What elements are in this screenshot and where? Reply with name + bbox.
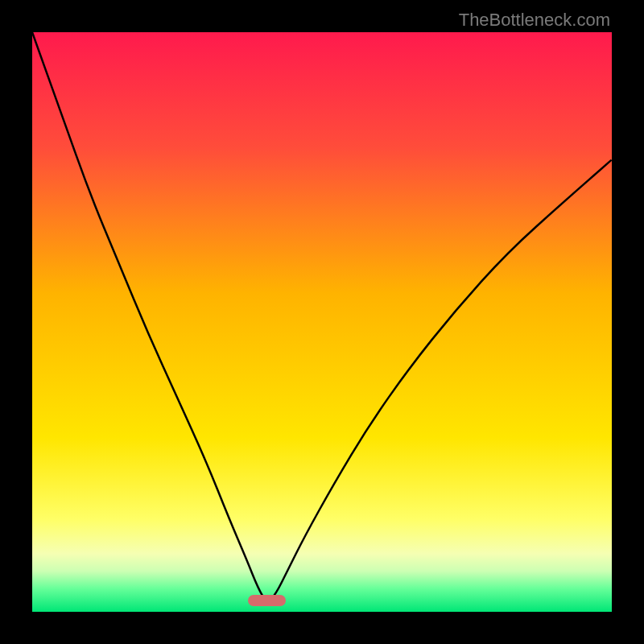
bottleneck-curve <box>32 32 612 612</box>
watermark: TheBottleneck.com <box>459 10 610 31</box>
optimal-marker <box>248 595 286 606</box>
chart-area <box>32 32 612 612</box>
